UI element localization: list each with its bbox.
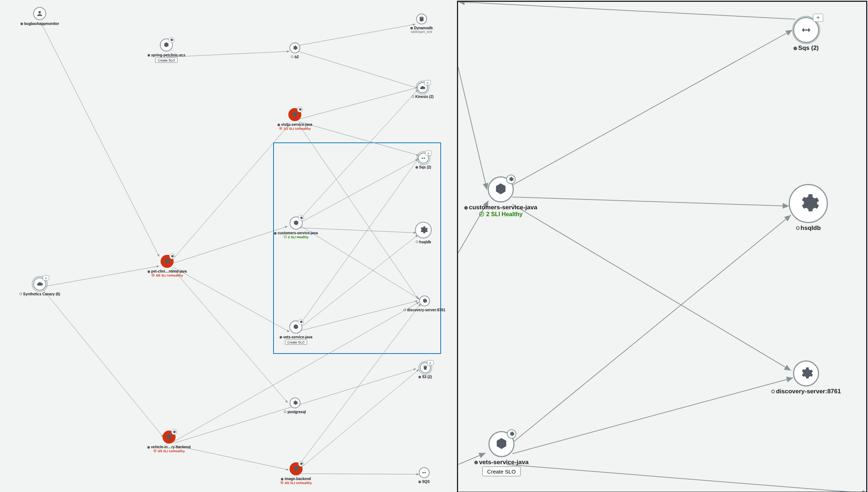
left-panel: bugbashappmonitor spring-petclinic-ecs C… [0,0,456,492]
node-sqs[interactable]: + Sqs (2) [415,153,431,169]
graph-edges-right [458,2,866,492]
node-sqs-big[interactable]: + Sqs (2) [793,17,819,52]
svg-line-38 [507,465,866,492]
svg-line-25 [297,474,419,474]
svg-line-9 [172,125,289,261]
svg-line-33 [511,30,792,186]
queue-icon [419,467,429,478]
svg-line-16 [299,159,418,223]
queue-icon: + [793,17,819,43]
service-icon [488,176,514,202]
node-dynamo[interactable]: Dynamodb table/apm_test [410,14,433,34]
gear-icon [789,184,828,223]
node-discovery[interactable]: discovery-server:8761 [403,296,445,312]
svg-line-7 [294,24,415,46]
svg-line-37 [512,378,793,454]
gear-icon [171,429,177,435]
node-postgresql[interactable]: postgresql [284,398,306,414]
svg-line-22 [172,268,288,403]
node-sqs2[interactable]: SQS [418,467,429,484]
node-discovery-big[interactable]: discovery-server:8761 [771,360,841,395]
node-customers[interactable]: customers-service-java 2 SLI Healthy [274,217,318,239]
node-spring[interactable]: spring-petclinic-ecs Create SLO [148,39,185,63]
node-bugbash[interactable]: bugbashappmonitor [21,7,59,26]
node-vets-big[interactable]: vets-service-java Create SLO [474,431,529,476]
svg-line-18 [299,90,418,221]
svg-line-26 [297,369,419,471]
node-b2[interactable]: b2 [289,43,300,59]
svg-line-36 [512,215,791,443]
node-vehicle[interactable]: vehicle-in…ry-backend 3/5 SLI Unhealthy [147,431,190,453]
gear-icon [298,319,304,325]
gear-icon [297,107,303,112]
graph-edges-left [0,0,456,492]
node-hsqldb-big[interactable]: hsqldb [789,184,828,232]
node-s3[interactable]: + S3 (2) [418,363,432,379]
service-icon [162,431,175,444]
create-slo-button[interactable]: Create SLO [155,58,178,63]
svg-line-30 [458,67,487,190]
node-canary[interactable]: + Synthetics Canary (6) [20,278,60,296]
node-vets[interactable]: vets-service-java Create SLO [280,321,313,345]
gear-icon [415,222,432,239]
service-icon [289,217,302,230]
expand-button[interactable]: + [424,80,431,85]
svg-line-21 [299,158,419,326]
svg-line-13 [298,124,418,299]
svg-line-8 [296,51,418,88]
service-icon [289,462,302,475]
user-icon [33,7,46,20]
bucket-icon: + [420,363,431,373]
svg-line-35 [512,204,791,371]
right-panel: + Sqs (2) customers-service-java 2 SLI H… [457,1,867,492]
node-hsqldb[interactable]: hsqldb [415,222,432,244]
gear-icon [298,461,304,467]
service-icon [289,321,302,334]
service-icon [288,108,301,121]
gear-icon [507,429,516,439]
create-slo-button[interactable]: Create SLO [482,467,520,476]
svg-line-28 [175,445,289,470]
gear-icon [419,296,430,307]
cloud-icon: + [33,278,46,291]
node-customers-big[interactable]: customers-service-java 2 SLI Healthy [464,176,537,218]
expand-button[interactable]: + [43,275,49,281]
svg-line-10 [174,226,288,263]
stream-icon: + [417,82,428,93]
svg-line-27 [297,304,421,468]
gear-icon [506,175,516,184]
service-icon [161,255,174,268]
service-icon [488,431,515,457]
create-slo-button[interactable]: Create SLO [285,340,307,345]
svg-line-4 [41,22,159,257]
svg-line-11 [174,268,289,332]
service-icon [160,39,173,52]
gear-icon [169,253,175,259]
svg-line-20 [299,235,418,329]
gear-icon [793,360,819,386]
gear-icon [289,398,300,408]
expand-button[interactable]: + [425,151,432,156]
expand-button[interactable]: + [427,360,433,365]
gear-icon [289,43,300,54]
expand-button[interactable]: + [813,14,823,22]
node-kinesis[interactable]: + Kinesis (2) [412,82,434,99]
svg-line-34 [512,197,789,206]
svg-line-39 [458,2,795,19]
node-petclinic[interactable]: pet-clini…ntend-java 4/8 SLI Unhealthy [148,255,187,277]
gear-icon [298,215,304,221]
database-icon [416,14,427,25]
gear-icon [169,37,174,43]
svg-line-14 [298,87,419,119]
node-image[interactable]: image-backend 4/5 SLI Unhealthy [280,462,312,485]
svg-line-29 [40,286,164,437]
svg-line-19 [299,301,418,331]
svg-line-5 [43,266,159,287]
queue-icon: + [418,153,429,164]
split-container: bugbashappmonitor spring-petclinic-ecs C… [0,0,868,492]
node-visits[interactable]: visits-service-java 1/1 SLI Unhealthy [278,108,312,131]
